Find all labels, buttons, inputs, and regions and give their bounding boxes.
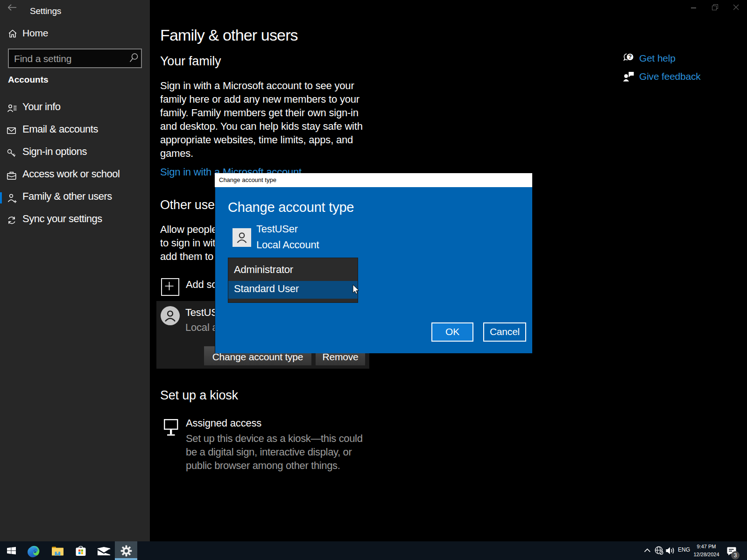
svg-text:?: ? <box>628 54 632 60</box>
